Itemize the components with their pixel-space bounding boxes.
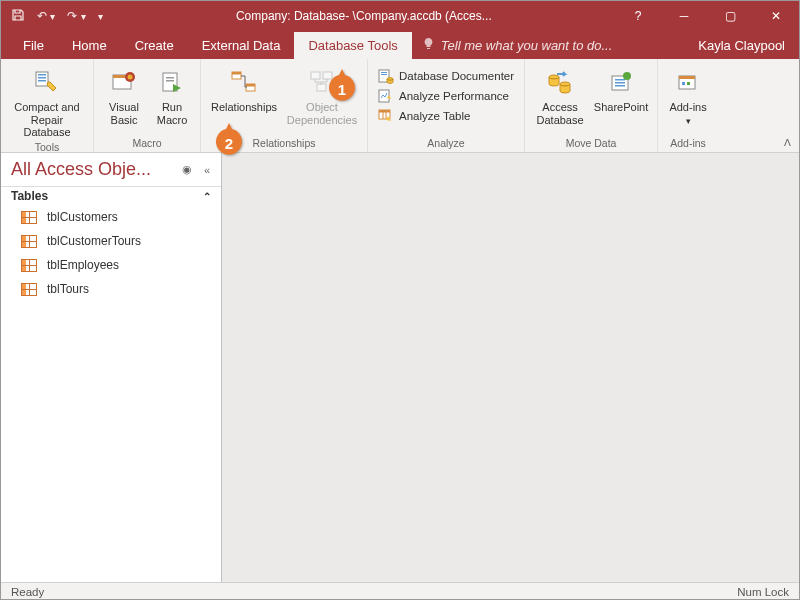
svg-rect-24 xyxy=(379,110,390,113)
group-tools-label: Tools xyxy=(35,141,60,156)
object-dependencies-icon xyxy=(306,67,338,99)
minimize-icon[interactable]: ─ xyxy=(661,1,707,31)
svg-rect-2 xyxy=(38,77,46,79)
documenter-icon xyxy=(378,68,394,84)
nav-title[interactable]: All Access Obje... xyxy=(11,159,175,180)
group-analyze-label: Analyze xyxy=(427,137,464,152)
sharepoint-button[interactable]: SharePoint xyxy=(591,65,651,116)
svg-rect-1 xyxy=(38,74,46,76)
nav-section-tables[interactable]: Tables ⌃ xyxy=(1,186,221,205)
group-relationships-label: Relationships xyxy=(252,137,315,152)
table-icon xyxy=(21,259,37,272)
group-macro-label: Macro xyxy=(132,137,161,152)
svg-rect-3 xyxy=(38,80,46,82)
svg-rect-19 xyxy=(381,72,387,73)
svg-rect-35 xyxy=(687,82,690,85)
svg-rect-20 xyxy=(381,74,387,75)
svg-rect-10 xyxy=(166,80,174,82)
help-icon[interactable]: ? xyxy=(615,1,661,31)
addins-button[interactable]: Add-ins▾ xyxy=(664,65,712,128)
status-ready: Ready xyxy=(11,586,44,598)
svg-rect-14 xyxy=(246,84,255,87)
navigation-pane: All Access Obje... ◉ « Tables ⌃ tblCusto… xyxy=(1,153,222,582)
user-name[interactable]: Kayla Claypool xyxy=(684,32,799,59)
status-bar: Ready Num Lock xyxy=(1,582,799,600)
maximize-icon[interactable]: ▢ xyxy=(707,1,753,31)
title-bar: ↶ ▾ ↷ ▾ ▾ Company: Database- \Company.ac… xyxy=(1,1,799,31)
svg-rect-16 xyxy=(323,72,332,79)
nav-item-tblcustomers[interactable]: tblCustomers xyxy=(1,205,221,229)
qat-customize-icon[interactable]: ▾ xyxy=(98,9,103,23)
tab-file[interactable]: File xyxy=(9,32,58,59)
svg-rect-34 xyxy=(682,82,685,85)
undo-icon[interactable]: ↶ ▾ xyxy=(37,9,55,23)
compact-repair-icon xyxy=(31,67,63,99)
analyze-table-button[interactable]: Analyze Table xyxy=(374,107,518,125)
ribbon-tabs: File Home Create External Data Database … xyxy=(1,31,799,59)
document-area xyxy=(222,153,799,582)
svg-rect-15 xyxy=(311,72,320,79)
lightbulb-icon xyxy=(422,37,435,53)
analyze-table-icon xyxy=(378,108,394,124)
run-macro-button[interactable]: Run Macro xyxy=(150,65,194,128)
nav-dropdown-icon[interactable]: ◉ xyxy=(179,162,195,178)
svg-rect-9 xyxy=(166,77,174,79)
svg-rect-33 xyxy=(679,76,695,79)
tab-external-data[interactable]: External Data xyxy=(188,32,295,59)
group-addins-label: Add-ins xyxy=(670,137,706,152)
svg-rect-12 xyxy=(232,72,241,75)
table-icon xyxy=(21,235,37,248)
group-move-data-label: Move Data xyxy=(566,137,617,152)
table-icon xyxy=(21,211,37,224)
ribbon: Compact and Repair Database Tools Visual… xyxy=(1,59,799,153)
nav-item-tblemployees[interactable]: tblEmployees xyxy=(1,253,221,277)
object-dependencies-button: Object Dependencies xyxy=(283,65,361,128)
svg-point-7 xyxy=(128,75,133,80)
nav-item-tblcustomertours[interactable]: tblCustomerTours xyxy=(1,229,221,253)
performance-icon xyxy=(378,88,394,104)
svg-rect-30 xyxy=(615,85,625,87)
relationships-button[interactable]: Relationships xyxy=(207,65,281,116)
close-icon[interactable]: ✕ xyxy=(753,1,799,31)
svg-rect-29 xyxy=(615,82,625,84)
tab-database-tools[interactable]: Database Tools xyxy=(294,32,411,59)
status-numlock: Num Lock xyxy=(737,586,789,598)
run-macro-icon xyxy=(156,67,188,99)
visual-basic-icon xyxy=(108,67,140,99)
table-icon xyxy=(21,283,37,296)
access-db-icon xyxy=(544,67,576,99)
window-title: Company: Database- \Company.accdb (Acces… xyxy=(113,9,615,23)
analyze-performance-button[interactable]: Analyze Performance xyxy=(374,87,518,105)
section-collapse-icon: ⌃ xyxy=(203,191,211,202)
tab-home[interactable]: Home xyxy=(58,32,121,59)
nav-collapse-icon[interactable]: « xyxy=(199,162,215,178)
tell-me-search[interactable]: Tell me what you want to do... xyxy=(412,31,623,59)
database-documenter-button[interactable]: Database Documenter xyxy=(374,67,518,85)
collapse-ribbon-icon[interactable]: ᐱ xyxy=(784,137,791,148)
relationships-icon xyxy=(228,67,260,99)
visual-basic-button[interactable]: Visual Basic xyxy=(100,65,148,128)
tab-create[interactable]: Create xyxy=(121,32,188,59)
save-icon[interactable] xyxy=(11,8,25,25)
compact-repair-button[interactable]: Compact and Repair Database xyxy=(7,65,87,141)
svg-rect-17 xyxy=(317,84,326,91)
redo-icon[interactable]: ↷ ▾ xyxy=(67,9,85,23)
svg-point-31 xyxy=(623,72,631,80)
nav-item-tbltours[interactable]: tblTours xyxy=(1,277,221,301)
sharepoint-icon xyxy=(605,67,637,99)
access-database-button[interactable]: Access Database xyxy=(531,65,589,128)
svg-rect-28 xyxy=(615,79,625,81)
addins-icon xyxy=(672,67,704,99)
